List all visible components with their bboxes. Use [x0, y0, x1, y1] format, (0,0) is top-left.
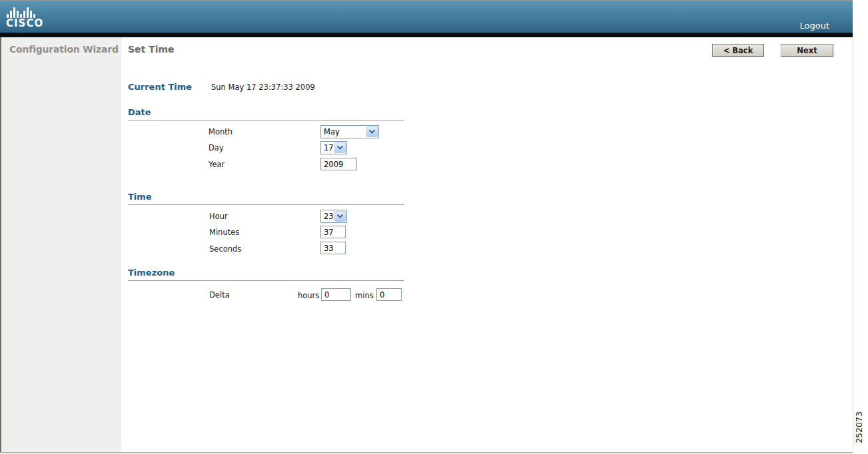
time-section-divider	[128, 204, 404, 205]
delta-mins-input[interactable]	[376, 288, 402, 301]
next-button[interactable]: Next	[781, 44, 833, 57]
page-title: Set Time	[128, 44, 175, 55]
header-black-strip	[0, 33, 853, 37]
month-select[interactable]: May	[320, 125, 379, 138]
cisco-logo: CISCO	[6, 6, 53, 33]
seconds-input[interactable]	[320, 242, 346, 254]
year-label: Year	[209, 160, 224, 169]
current-time-label: Current Time	[128, 82, 192, 92]
cisco-logo-bars-icon	[7, 6, 53, 18]
main-content: Set Time < Back Next Current Time Sun Ma…	[121, 37, 853, 453]
minutes-label: Minutes	[209, 228, 239, 237]
day-select-value: 17	[321, 143, 334, 152]
sidebar-title: Configuration Wizard	[9, 44, 119, 55]
chevron-down-icon	[366, 126, 378, 137]
time-section-heading: Time	[128, 192, 152, 202]
day-label: Day	[209, 143, 224, 152]
delta-mins-label: mins	[355, 291, 374, 300]
chevron-down-icon	[334, 211, 346, 222]
date-section-heading: Date	[128, 107, 151, 117]
hour-select-value: 23	[321, 212, 334, 221]
back-button[interactable]: < Back	[712, 44, 764, 57]
date-section-divider	[128, 120, 404, 120]
minutes-input[interactable]	[320, 226, 346, 238]
logout-link[interactable]: Logout	[799, 21, 829, 31]
header-bar: CISCO Logout	[0, 1, 853, 33]
hour-select[interactable]: 23	[320, 210, 347, 223]
sidebar: Configuration Wizard	[0, 37, 121, 453]
hour-label: Hour	[209, 212, 228, 221]
month-select-value: May	[321, 127, 366, 136]
configuration-wizard-screen: CISCO Logout Configuration Wizard Set Ti…	[0, 0, 868, 454]
year-input[interactable]	[320, 158, 357, 170]
day-select[interactable]: 17	[320, 141, 347, 154]
seconds-label: Seconds	[209, 244, 241, 254]
delta-hours-input[interactable]	[321, 288, 351, 301]
content-right-edge	[853, 37, 853, 453]
timezone-section-heading: Timezone	[128, 268, 175, 278]
chevron-down-icon	[334, 142, 346, 153]
current-time-value: Sun May 17 23:37:33 2009	[211, 83, 315, 92]
delta-label: Delta	[209, 290, 230, 300]
month-label: Month	[209, 127, 232, 136]
cisco-logo-text: CISCO	[6, 18, 53, 29]
timezone-section-divider	[128, 280, 404, 281]
delta-hours-label: hours	[298, 291, 319, 300]
page-bottom-line	[0, 452, 853, 453]
figure-number: 252073	[854, 406, 865, 449]
